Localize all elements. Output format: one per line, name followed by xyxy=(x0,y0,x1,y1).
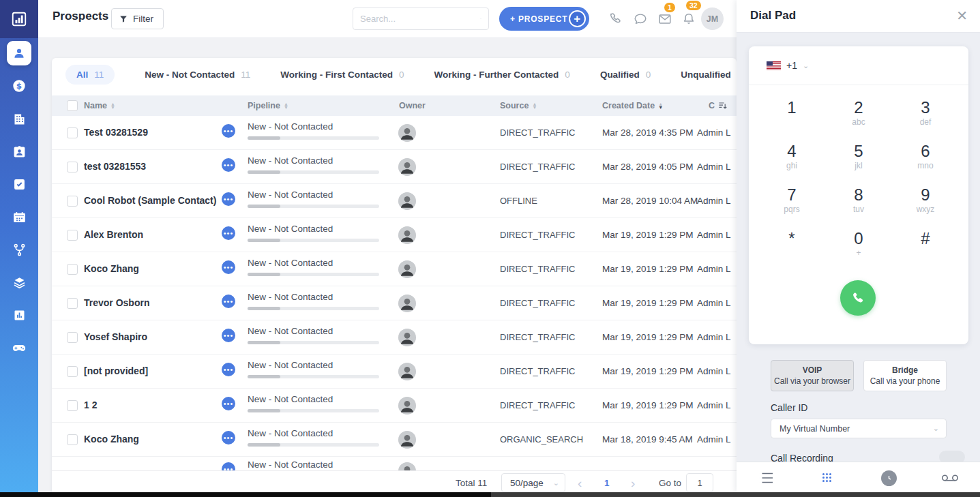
filter-button[interactable]: Filter xyxy=(111,8,164,29)
tab-working-further-contacted[interactable]: Working - Further Contacted0 xyxy=(434,70,570,80)
sort-source[interactable]: ▲▼ xyxy=(532,102,537,109)
row-checkbox[interactable] xyxy=(67,332,78,343)
table-row[interactable]: 1 2 ••• New - Not Contacted DIRECT_TRAFF… xyxy=(52,389,737,423)
select-all-checkbox[interactable] xyxy=(67,100,78,111)
voicemail-icon[interactable] xyxy=(941,469,959,487)
pipeline-ellipsis-icon[interactable]: ••• xyxy=(222,226,235,240)
mail-icon[interactable] xyxy=(657,12,672,27)
row-checkbox[interactable] xyxy=(67,366,78,377)
dial-key[interactable]: # xyxy=(892,226,959,269)
dial-key[interactable]: 5 jkl xyxy=(825,138,892,182)
table-row[interactable]: Trevor Osborn ••• New - Not Contacted DI… xyxy=(52,286,737,320)
sidebar-item-contacts[interactable] xyxy=(7,139,31,164)
add-prospect-button[interactable]: + PROSPECT + xyxy=(499,7,589,31)
phone-icon[interactable] xyxy=(608,12,623,27)
sidebar-item-reports[interactable] xyxy=(7,303,31,327)
tab-new-not-contacted[interactable]: New - Not Contacted11 xyxy=(145,70,250,80)
prospect-name[interactable]: Koco Zhang xyxy=(84,263,139,274)
tab-all[interactable]: All11 xyxy=(65,65,115,85)
chat-icon[interactable] xyxy=(633,12,648,27)
tab-unqualified[interactable]: Unqualified0 xyxy=(681,70,737,80)
country-code-selector[interactable]: +1 ⌄ xyxy=(749,46,968,85)
dial-key[interactable]: 1 xyxy=(758,95,825,138)
row-checkbox[interactable] xyxy=(67,298,78,309)
goto-page-input[interactable] xyxy=(686,473,713,492)
row-checkbox[interactable] xyxy=(67,434,78,445)
current-page[interactable]: 1 xyxy=(604,471,610,494)
owner-avatar xyxy=(398,295,416,312)
sort-name[interactable]: ▲▼ xyxy=(110,102,115,109)
dialpad-grid-icon[interactable] xyxy=(818,469,836,487)
call-log-list-icon[interactable] xyxy=(757,469,775,487)
row-checkbox[interactable] xyxy=(67,400,78,411)
sidebar-item-prospects[interactable] xyxy=(7,41,31,65)
next-page-button[interactable]: › xyxy=(631,471,635,494)
table-row[interactable]: Yosef Shapiro ••• New - Not Contacted DI… xyxy=(52,320,737,355)
row-checkbox[interactable] xyxy=(67,264,78,275)
pipeline-ellipsis-icon[interactable]: ••• xyxy=(222,260,235,274)
pipeline-ellipsis-icon[interactable]: ••• xyxy=(222,397,235,410)
dial-key[interactable]: 8 tuv xyxy=(825,182,892,226)
pipeline-ellipsis-icon[interactable]: ••• xyxy=(222,295,235,308)
dial-key[interactable]: 2 abc xyxy=(825,95,892,138)
row-checkbox[interactable] xyxy=(67,127,78,138)
prospect-name[interactable]: Koco Zhang xyxy=(84,434,139,445)
search-input[interactable] xyxy=(360,14,480,24)
prospect-name[interactable]: Alex Brenton xyxy=(84,229,143,240)
user-avatar[interactable]: JM xyxy=(701,7,724,30)
dial-key[interactable]: * xyxy=(758,226,825,269)
close-icon[interactable]: ✕ xyxy=(956,7,968,24)
dial-key[interactable]: 6 mno xyxy=(892,138,959,182)
sidebar-item-workflows[interactable] xyxy=(7,237,31,262)
task-check-icon xyxy=(12,177,27,192)
pipeline-ellipsis-icon[interactable]: ••• xyxy=(222,363,235,376)
dial-key[interactable]: 3 def xyxy=(892,95,959,138)
row-checkbox[interactable] xyxy=(67,230,78,241)
page-size-select[interactable]: 50/page ⌄ xyxy=(501,473,565,492)
pipeline-ellipsis-icon[interactable]: ••• xyxy=(222,431,235,445)
table-row[interactable]: Koco Zhang ••• New - Not Contacted ORGAN… xyxy=(52,423,737,457)
tab-working-first-contacted[interactable]: Working - First Contacted0 xyxy=(280,70,404,80)
sort-pipeline[interactable]: ▲▼ xyxy=(284,102,288,109)
prospect-name[interactable]: test 03281553 xyxy=(84,161,146,172)
pipeline-ellipsis-icon[interactable]: ••• xyxy=(222,124,235,138)
call-button[interactable] xyxy=(840,280,876,316)
voip-mode-button[interactable]: VOIP Call via your browser xyxy=(771,360,854,391)
table-row[interactable]: Koco Zhang ••• New - Not Contacted DIREC… xyxy=(52,252,737,286)
pipeline-ellipsis-icon[interactable]: ••• xyxy=(222,329,235,342)
prev-page-button[interactable]: ‹ xyxy=(578,471,582,494)
prospect-name[interactable]: Test 03281529 xyxy=(84,127,148,138)
table-row[interactable]: Alex Brenton ••• New - Not Contacted DIR… xyxy=(52,218,737,252)
column-settings-icon[interactable] xyxy=(717,100,728,111)
table-row[interactable]: [not provided] ••• New - Not Contacted D… xyxy=(52,355,737,389)
row-checkbox[interactable] xyxy=(67,196,78,207)
row-checkbox[interactable] xyxy=(67,162,78,172)
app-logo[interactable] xyxy=(0,0,38,38)
sort-created-date[interactable]: ▲▼ xyxy=(658,102,663,109)
sidebar-item-gamification[interactable] xyxy=(7,335,31,360)
bell-icon[interactable] xyxy=(681,12,696,27)
dial-key[interactable]: 0 + xyxy=(825,226,892,269)
caller-id-select[interactable]: My Virtual Number ⌄ xyxy=(771,419,947,438)
sidebar-item-companies[interactable] xyxy=(7,106,31,131)
table-row[interactable]: test 03281553 ••• New - Not Contacted DI… xyxy=(52,150,737,184)
prospect-name[interactable]: Yosef Shapiro xyxy=(84,331,147,342)
pipeline-ellipsis-icon[interactable]: ••• xyxy=(222,158,235,172)
prospect-name[interactable]: 1 2 xyxy=(84,400,97,410)
history-clock-icon[interactable] xyxy=(880,469,897,487)
sidebar-item-tasks[interactable] xyxy=(7,172,31,196)
prospect-name[interactable]: Cool Robot (Sample Contact) xyxy=(84,195,216,206)
sidebar-item-deals[interactable]: $ xyxy=(7,74,31,98)
pipeline-ellipsis-icon[interactable]: ••• xyxy=(222,192,235,206)
prospect-name[interactable]: [not provided] xyxy=(84,365,148,376)
sidebar-item-calendar[interactable] xyxy=(7,205,31,229)
dial-key[interactable]: 7 pqrs xyxy=(758,182,825,226)
table-row[interactable]: Test 03281529 ••• New - Not Contacted DI… xyxy=(52,116,737,150)
tab-qualified[interactable]: Qualified0 xyxy=(600,70,651,80)
sidebar-item-pipelines[interactable] xyxy=(7,270,31,295)
table-row[interactable]: Cool Robot (Sample Contact) ••• New - No… xyxy=(52,184,737,218)
prospect-name[interactable]: Trevor Osborn xyxy=(84,297,149,308)
dial-key[interactable]: 9 wxyz xyxy=(892,182,959,226)
dial-key[interactable]: 4 ghi xyxy=(758,138,825,182)
bridge-mode-button[interactable]: Bridge Call via your phone xyxy=(863,360,947,391)
